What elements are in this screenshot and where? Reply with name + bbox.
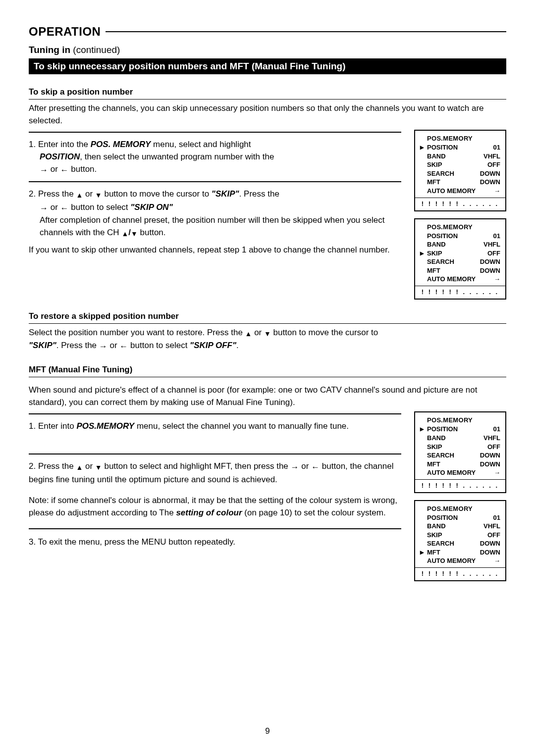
t: menu, select and highlight <box>151 140 251 149</box>
osd-row-label: BAND <box>427 240 446 249</box>
osd-row-label: SKIP <box>427 531 442 540</box>
subtitle-cont: (continued) <box>73 45 120 55</box>
osd-dots: ! ! ! ! ! ! . . . . . . <box>420 482 500 489</box>
t: 2. Press the <box>29 189 76 199</box>
t: button to move the cursor to <box>271 328 378 337</box>
t: or <box>83 189 95 199</box>
osd-row-label: MFT <box>427 266 440 275</box>
triangle-up-icon <box>245 328 252 340</box>
mft-step-2: 2. Press the or button to select and hig… <box>29 454 401 486</box>
osd-title: POS.MEMORY <box>420 416 500 424</box>
osd-title: POS.MEMORY <box>420 135 500 142</box>
osd-panel-3: POS.MEMORY POSITION01 BANDVHFL SKIPOFF S… <box>414 411 506 493</box>
osd-row-label: POSITION <box>427 232 458 241</box>
skip-off-label: "SKIP OFF" <box>190 341 236 350</box>
header-rule <box>106 31 506 32</box>
osd-row-val: OFF <box>487 249 500 258</box>
osd-row-val: VHFL <box>483 152 500 161</box>
osd-dots: ! ! ! ! ! ! . . . . . . <box>420 288 500 296</box>
skip-label: "SKIP" <box>29 341 56 350</box>
skip-label: "SKIP" <box>212 189 239 199</box>
t: or <box>83 461 95 471</box>
arrow-left-icon <box>60 164 69 177</box>
osd-row-label: AUTO MEMORY <box>427 275 476 284</box>
osd-title: POS.MEMORY <box>420 505 500 512</box>
operation-header: OPERATION <box>29 25 506 39</box>
osd-row-label: POSITION <box>427 425 458 434</box>
skip-on-label: "SKIP ON" <box>130 202 172 212</box>
mft-heading: MFT (Manual Fine Tuning) <box>29 365 506 375</box>
mft-step-3: 3. To exit the menu, press the MENU butt… <box>29 528 401 549</box>
triangle-up-icon <box>121 228 128 240</box>
osd-row-label: BAND <box>427 522 446 531</box>
skip-repeat: If you want to skip other unwanted chann… <box>29 244 401 256</box>
t: . <box>236 341 239 350</box>
restore-heading: To restore a skipped position number <box>29 311 506 321</box>
osd-row-val: DOWN <box>480 169 500 178</box>
osd-row-val: 01 <box>493 425 500 434</box>
skip-heading: To skip a position number <box>29 87 506 97</box>
t: (on page 10) to set the colour system. <box>242 508 386 517</box>
t: . Press the <box>239 189 279 199</box>
osd-row-val: VHFL <box>483 434 500 443</box>
triangle-up-icon <box>76 189 83 202</box>
osd-row-label: POSITION <box>427 513 458 522</box>
osd-row-label: AUTO MEMORY <box>427 468 476 477</box>
t: or <box>252 328 264 337</box>
osd-row-label: BAND <box>427 152 446 161</box>
triangle-down-icon <box>131 228 138 240</box>
rule <box>29 377 506 377</box>
pos-memory-label: POS. MEMORY <box>91 140 151 149</box>
osd-row-val: OFF <box>487 443 500 452</box>
setting-colour-label: setting of colour <box>176 508 242 517</box>
t: or <box>299 461 312 471</box>
osd-panel-2: POS.MEMORY POSITION01 BANDVHFL SKIPOFF S… <box>414 218 506 300</box>
t: button to select and highlight MFT, then… <box>102 461 291 471</box>
mft-step-1: 1. Enter into POS.MEMORY menu, select th… <box>29 413 401 433</box>
osd-row-label: AUTO MEMORY <box>427 556 476 565</box>
restore-body: Select the position number you want to r… <box>29 327 506 353</box>
t: button to select <box>69 202 131 212</box>
operation-title: OPERATION <box>29 25 101 39</box>
arrow-left-icon <box>60 202 69 215</box>
skip-intro: After presetting the channels, you can s… <box>29 102 506 127</box>
osd-row-val: VHFL <box>483 522 500 531</box>
skip-step-1: 1. Enter into the POS. MEMORY menu, sele… <box>29 132 401 176</box>
osd-row-val: DOWN <box>480 178 500 187</box>
osd-row-val: DOWN <box>480 548 500 557</box>
osd-row-label: SKIP <box>427 249 442 258</box>
t: 3. To exit the menu, press the MENU butt… <box>29 536 401 549</box>
triangle-down-icon <box>95 461 102 474</box>
arrow-right-icon <box>40 202 48 215</box>
osd-row-val: OFF <box>487 531 500 540</box>
t: or <box>107 341 120 350</box>
osd-row-label: SEARCH <box>427 257 454 266</box>
subtitle: Tuning in (continued) <box>29 45 506 55</box>
subtitle-bold: Tuning in <box>29 45 73 55</box>
osd-row-label: AUTO MEMORY <box>427 187 476 196</box>
osd-row-val: 01 <box>493 143 500 152</box>
arrow-right-icon: → <box>494 187 500 196</box>
t: button. <box>69 164 97 174</box>
t: button. <box>138 228 166 237</box>
arrow-right-icon: → <box>494 556 500 565</box>
t: menu, select the channel you want to man… <box>134 421 349 431</box>
osd-row-val: VHFL <box>483 240 500 249</box>
osd-panel-1: POS.MEMORY POSITION01 BANDVHFL SKIPOFF S… <box>414 130 506 211</box>
position-label: POSITION <box>40 152 80 161</box>
osd-row-val: DOWN <box>480 451 500 460</box>
t: 2. Press the <box>29 461 76 471</box>
osd-row-val: 01 <box>493 513 500 522</box>
rule <box>29 323 506 324</box>
section-bar: To skip unnecessary position numbers and… <box>29 58 506 74</box>
osd-row-val: DOWN <box>480 266 500 275</box>
mft-note: Note: if some channel's colour is abnorm… <box>29 495 401 519</box>
osd-row-val: 01 <box>493 232 500 241</box>
arrow-right-icon <box>99 341 107 353</box>
t: . Press the <box>56 341 99 350</box>
osd-row-label: MFT <box>427 178 440 187</box>
osd-row-label: SKIP <box>427 443 442 452</box>
osd-row-label: SEARCH <box>427 169 454 178</box>
arrow-left-icon <box>311 461 320 474</box>
osd-row-val: DOWN <box>480 460 500 469</box>
